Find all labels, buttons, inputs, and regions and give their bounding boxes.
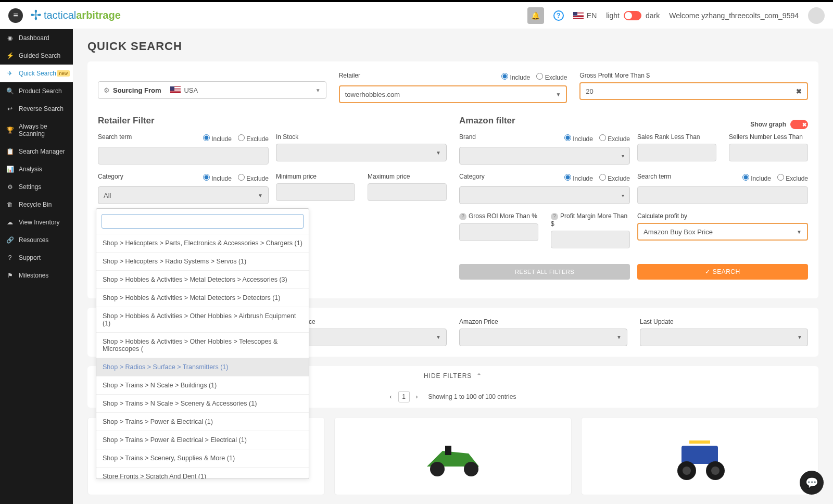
category-search-input[interactable]	[102, 214, 304, 229]
af-brand-include[interactable]: Include	[564, 134, 593, 143]
af-brand-select[interactable]: ▾	[459, 147, 630, 165]
af-st-include[interactable]: Include	[742, 174, 771, 182]
sidebar-label: Guided Search	[19, 52, 60, 59]
sidebar-item-search-manager[interactable]: 📋Search Manager	[0, 143, 73, 160]
category-option[interactable]: Shop > Hobbies & Activities > Metal Dete…	[96, 270, 309, 288]
show-graph-toggle[interactable]: Show graph ✖	[750, 120, 808, 129]
category-option[interactable]: Shop > Trains > Power & Electrical > Ele…	[96, 431, 309, 449]
af-search-term-label: Search term	[637, 173, 671, 180]
retailer-select[interactable]: towerhobbies.com ▼	[339, 85, 567, 103]
svg-point-4	[464, 462, 478, 476]
product-image	[416, 430, 489, 482]
category-option[interactable]: Shop > Helicopters > Parts, Electronics …	[96, 234, 309, 252]
retailer-include[interactable]: Include	[501, 73, 530, 81]
category-option[interactable]: Shop > Hobbies & Activities > Other Hobb…	[96, 307, 309, 332]
af-sellers-input[interactable]	[729, 144, 808, 161]
rf-instock-select[interactable]: ▼	[276, 144, 447, 161]
af-roi-input[interactable]	[459, 223, 538, 241]
hamburger-menu[interactable]: ≡	[8, 8, 23, 23]
af-cat-exclude[interactable]: Exclude	[599, 174, 630, 182]
help-icon[interactable]: ?	[551, 213, 558, 220]
product-image	[663, 430, 736, 482]
logo-text-1: tactical	[44, 9, 76, 21]
af-search-term-input[interactable]	[637, 186, 808, 204]
af-salesrank-input[interactable]	[637, 144, 716, 161]
af-cat-include[interactable]: Include	[564, 174, 593, 182]
rf-search-term-input[interactable]	[98, 147, 269, 165]
category-option[interactable]: Shop > Hobbies & Activities > Metal Dete…	[96, 288, 309, 307]
sidebar-item-always-be-scanning[interactable]: 🏆Always be Scanning	[0, 118, 73, 143]
retailer-exclude[interactable]: Exclude	[536, 73, 567, 81]
sidebar-item-product-search[interactable]: 🔍Product Search	[0, 82, 73, 100]
sidebar-item-support[interactable]: ?Support	[0, 249, 73, 267]
af-calcprofit-select[interactable]: Amazon Buy Box Price▼	[637, 223, 808, 241]
category-option[interactable]: Shop > Trains > Power & Electrical (1)	[96, 412, 309, 431]
af-category-select[interactable]: ▾	[459, 186, 630, 204]
page-1[interactable]: 1	[398, 391, 410, 402]
rf-minprice-input[interactable]	[276, 183, 355, 201]
theme-toggle-icon[interactable]	[624, 11, 641, 20]
notification-icon[interactable]: 🔔	[527, 7, 544, 24]
rf-cat-include[interactable]: Include	[203, 174, 232, 182]
category-option[interactable]: Store Fronts > Scratch And Dent (1)	[96, 467, 309, 478]
sidebar-item-resources[interactable]: 🔗Resources	[0, 231, 73, 249]
category-option[interactable]: Shop > Helicopters > Radio Systems > Ser…	[96, 252, 309, 270]
rf-cat-exclude[interactable]: Exclude	[238, 174, 269, 182]
sidebar-item-quick-search[interactable]: ✈Quick Searchnew	[0, 65, 73, 82]
af-roi-label: ?Gross ROI More Than %	[459, 212, 538, 220]
help-icon[interactable]: ?	[459, 213, 466, 220]
avatar[interactable]	[808, 7, 825, 24]
sidebar-item-recycle-bin[interactable]: 🗑Recycle Bin	[0, 196, 73, 213]
gross-profit-input[interactable]: 20 ✖	[579, 82, 808, 100]
sidebar-label: Analysis	[19, 166, 42, 173]
gb-amazon-select[interactable]: ▼	[459, 329, 627, 346]
sidebar-item-dashboard[interactable]: ◉Dashboard	[0, 29, 73, 47]
sidebar-label: Support	[19, 254, 41, 261]
search-button[interactable]: ✓ SEARCH	[637, 264, 808, 280]
sidebar-item-guided-search[interactable]: ⚡Guided Search	[0, 47, 73, 65]
clear-icon[interactable]: ✖	[796, 87, 802, 95]
theme-switch[interactable]: light dark	[606, 11, 660, 20]
sidebar-item-settings[interactable]: ⚙Settings	[0, 178, 73, 196]
sidebar-item-view-inventory[interactable]: ☁View Inventory	[0, 213, 73, 231]
rf-category-select[interactable]: All▼	[98, 186, 269, 204]
sidebar-icon: ?	[6, 254, 14, 261]
help-icon[interactable]: ?	[553, 10, 564, 21]
product-card[interactable]	[334, 417, 572, 495]
sidebar-label: Resources	[19, 236, 48, 244]
page-title: QUICK SEARCH	[87, 40, 818, 53]
chevron-down-icon: ▼	[556, 92, 561, 97]
rf-maxprice-input[interactable]	[368, 183, 447, 201]
chevron-down-icon: ▼	[315, 87, 321, 93]
category-option[interactable]: Shop > Hobbies & Activities > Other Hobb…	[96, 332, 309, 358]
category-option[interactable]: Shop > Trains > Scenery, Supplies & More…	[96, 449, 309, 467]
sidebar-item-milestones[interactable]: ⚑Milestones	[0, 267, 73, 284]
rf-instock-label: In Stock	[276, 133, 447, 141]
logo[interactable]: ✢ tacticalarbitrage	[30, 7, 121, 23]
sidebar-item-reverse-search[interactable]: ↩Reverse Search	[0, 100, 73, 118]
next-page[interactable]: ›	[416, 393, 418, 400]
category-option[interactable]: Shop > Trains > N Scale > Scenery & Acce…	[96, 394, 309, 412]
rf-st-exclude[interactable]: Exclude	[238, 134, 269, 143]
welcome-text: Welcome yzhang_threecolts_com_9594	[669, 11, 799, 20]
sidebar-icon: 📊	[6, 166, 14, 173]
af-brand-exclude[interactable]: Exclude	[599, 134, 630, 143]
chat-icon[interactable]: 💬	[800, 471, 824, 495]
sidebar-item-analysis[interactable]: 📊Analysis	[0, 160, 73, 178]
new-badge: new	[57, 70, 70, 77]
prev-page[interactable]: ‹	[390, 393, 392, 400]
reset-button[interactable]: RESET ALL FILTERS	[459, 264, 630, 280]
sidebar-label: Always be Scanning	[19, 123, 67, 137]
gb-update-select[interactable]: ▼	[640, 329, 808, 346]
sidebar-icon: 📋	[6, 148, 14, 155]
category-option[interactable]: Shop > Trains > N Scale > Buildings (1)	[96, 376, 309, 394]
language-picker[interactable]: EN	[573, 11, 597, 20]
af-margin-input[interactable]	[551, 231, 630, 248]
gb-amazon-label: Amazon Price	[459, 318, 627, 325]
rf-st-include[interactable]: Include	[203, 134, 232, 143]
sourcing-from[interactable]: ⚙ Sourcing From USA ▼	[98, 81, 326, 99]
retailer-filter-title: Retailer Filter	[98, 116, 447, 126]
category-option[interactable]: Shop > Radios > Surface > Transmitters (…	[96, 358, 309, 376]
af-st-exclude[interactable]: Exclude	[777, 174, 808, 182]
product-card[interactable]	[581, 417, 818, 495]
